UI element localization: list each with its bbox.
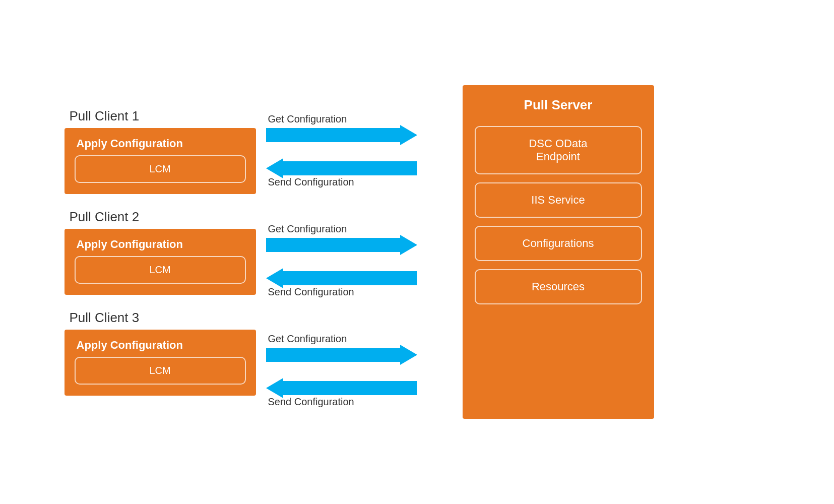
arrow-head <box>400 235 417 255</box>
get-label-2: Get Configuration <box>266 223 347 235</box>
client-3-label: Pull Client 3 <box>65 310 256 326</box>
arrow-head <box>400 125 417 145</box>
server-item-dsc: DSC ODataEndpoint <box>475 126 642 174</box>
send-arrow-row-2: Send Configuration <box>266 270 427 300</box>
get-arrow-1 <box>266 127 417 143</box>
get-arrow-row-1: Get Configuration <box>266 113 427 143</box>
diagram: Pull Client 1 Apply Configuration LCM Pu… <box>65 65 770 439</box>
client-2-box: Apply Configuration LCM <box>65 229 256 295</box>
send-arrow-2 <box>266 270 417 286</box>
send-arrow-1 <box>266 160 417 176</box>
server-item-resources: Resources <box>475 269 642 304</box>
arrow-head <box>266 268 283 288</box>
get-arrow-3 <box>266 347 417 363</box>
client-3-box: Apply Configuration LCM <box>65 330 256 396</box>
client-3-lcm: LCM <box>75 357 246 385</box>
arrow-shaft <box>283 271 417 285</box>
send-arrow-row-1: Send Configuration <box>266 160 427 190</box>
arrow-shaft <box>266 238 400 252</box>
arrow-head <box>266 378 283 398</box>
server-column: Pull Server DSC ODataEndpoint IIS Servic… <box>463 85 654 419</box>
client-2-title: Apply Configuration <box>75 238 246 251</box>
arrow-group-2: Get Configuration Send Configuration <box>266 214 427 309</box>
get-arrow-row-2: Get Configuration <box>266 223 427 253</box>
client-group-1: Pull Client 1 Apply Configuration LCM <box>65 108 256 194</box>
arrow-shaft <box>266 128 400 142</box>
client-1-lcm: LCM <box>75 155 246 183</box>
client-3-title: Apply Configuration <box>75 339 246 352</box>
client-2-label: Pull Client 2 <box>65 209 256 225</box>
get-arrow-row-3: Get Configuration <box>266 333 427 363</box>
server-item-configurations: Configurations <box>475 226 642 261</box>
client-group-2: Pull Client 2 Apply Configuration LCM <box>65 209 256 295</box>
arrow-head <box>266 158 283 178</box>
server-item-iis: IIS Service <box>475 182 642 218</box>
client-group-3: Pull Client 3 Apply Configuration LCM <box>65 310 256 396</box>
arrow-head <box>400 345 417 365</box>
server-title: Pull Server <box>475 97 642 113</box>
arrow-shaft <box>283 161 417 175</box>
client-1-title: Apply Configuration <box>75 137 246 150</box>
arrow-group-3: Get Configuration Send Configuration <box>266 324 427 419</box>
arrow-shaft <box>283 381 417 395</box>
arrow-shaft <box>266 348 400 362</box>
arrows-column: Get Configuration Send Configuration G <box>256 85 437 419</box>
get-arrow-2 <box>266 237 417 253</box>
client-2-lcm: LCM <box>75 256 246 284</box>
clients-column: Pull Client 1 Apply Configuration LCM Pu… <box>65 108 256 396</box>
arrow-group-1: Get Configuration Send Configuration <box>266 104 427 199</box>
get-label-3: Get Configuration <box>266 333 347 345</box>
client-1-label: Pull Client 1 <box>65 108 256 124</box>
get-label-1: Get Configuration <box>266 113 347 125</box>
send-arrow-row-3: Send Configuration <box>266 380 427 410</box>
send-arrow-3 <box>266 380 417 396</box>
client-1-box: Apply Configuration LCM <box>65 128 256 194</box>
